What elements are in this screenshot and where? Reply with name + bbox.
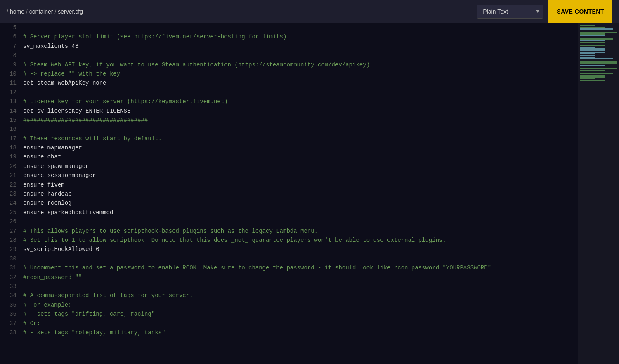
breadcrumb-file[interactable]: server.cfg xyxy=(58,8,83,15)
line-content[interactable]: sv_scriptHookAllowed 0 xyxy=(23,245,578,254)
line-content[interactable] xyxy=(23,282,578,291)
line-number: 31 xyxy=(0,263,23,272)
table-row: 38# - sets tags "roleplay, military, tan… xyxy=(0,328,578,337)
line-content[interactable]: # Set this to 1 to allow scripthook. Do … xyxy=(23,236,578,245)
table-row: 16 xyxy=(0,125,578,134)
save-content-button[interactable]: SAVE CONTENT xyxy=(548,0,612,23)
line-content[interactable]: sv_maxclients 48 xyxy=(23,42,578,51)
line-number: 30 xyxy=(0,254,23,263)
line-content[interactable]: # Or: xyxy=(23,319,578,328)
line-content[interactable]: ensure rconlog xyxy=(23,199,578,208)
editor-main[interactable]: 5 6# Server player slot limit (see https… xyxy=(0,23,578,364)
line-content[interactable] xyxy=(23,23,578,32)
line-number: 7 xyxy=(0,42,23,51)
line-number: 32 xyxy=(0,273,23,282)
table-row: 6# Server player slot limit (see https:/… xyxy=(0,32,578,41)
language-select[interactable]: Plain Text JavaScript Python HTML CSS JS… xyxy=(477,5,543,18)
line-number: 22 xyxy=(0,180,23,189)
line-number: 29 xyxy=(0,245,23,254)
line-content[interactable]: # Steam Web API key, if you want to use … xyxy=(23,60,578,69)
line-content[interactable]: # A comma-separated list of tags for you… xyxy=(23,291,578,300)
line-number: 25 xyxy=(0,208,23,217)
breadcrumb-slash-1: / xyxy=(7,8,8,15)
table-row: 24ensure rconlog xyxy=(0,199,578,208)
line-number: 37 xyxy=(0,319,23,328)
line-content[interactable] xyxy=(23,254,578,263)
table-row: 32#rcon_password "" xyxy=(0,273,578,282)
line-number: 14 xyxy=(0,106,23,116)
line-content[interactable]: # For example: xyxy=(23,300,578,310)
line-number: 8 xyxy=(0,51,23,60)
line-content[interactable]: #################################### xyxy=(23,116,578,125)
line-content[interactable]: ensure hardcap xyxy=(23,189,578,199)
line-content[interactable] xyxy=(23,125,578,134)
table-row: 15#################################### xyxy=(0,116,578,125)
line-content[interactable]: ensure spawnmanager xyxy=(23,162,578,171)
line-content[interactable]: # License key for your server (https://k… xyxy=(23,97,578,106)
line-number: 11 xyxy=(0,78,23,87)
table-row: 17# These resources will start by defaul… xyxy=(0,134,578,143)
line-number: 27 xyxy=(0,227,23,236)
code-area: 5 6# Server player slot limit (see https… xyxy=(0,23,578,337)
editor-container: 5 6# Server player slot limit (see https… xyxy=(0,23,619,364)
table-row: 28# Set this to 1 to allow scripthook. D… xyxy=(0,236,578,245)
table-row: 13# License key for your server (https:/… xyxy=(0,97,578,106)
line-content[interactable] xyxy=(23,51,578,60)
breadcrumb-home[interactable]: home xyxy=(10,8,24,15)
line-number: 36 xyxy=(0,310,23,319)
line-content[interactable]: set sv_licenseKey ENTER_LICENSE xyxy=(23,106,578,116)
line-number: 34 xyxy=(0,291,23,300)
table-row: 27# This allows players to use scripthoo… xyxy=(0,227,578,236)
line-number: 6 xyxy=(0,32,23,41)
line-content[interactable]: ensure mapmanager xyxy=(23,143,578,152)
table-row: 31# Uncomment this and set a password to… xyxy=(0,263,578,272)
table-row: 9# Steam Web API key, if you want to use… xyxy=(0,60,578,69)
line-content[interactable]: # Uncomment this and set a password to e… xyxy=(23,263,578,272)
line-number: 35 xyxy=(0,300,23,310)
line-content[interactable] xyxy=(23,217,578,226)
line-number: 21 xyxy=(0,171,23,180)
line-number: 12 xyxy=(0,88,23,97)
line-content[interactable]: ensure sessionmanager xyxy=(23,171,578,180)
table-row: 37# Or: xyxy=(0,319,578,328)
breadcrumb-slash-2: / xyxy=(26,8,28,15)
table-row: 18ensure mapmanager xyxy=(0,143,578,152)
table-row: 26 xyxy=(0,217,578,226)
line-number: 33 xyxy=(0,282,23,291)
table-row: 19ensure chat xyxy=(0,152,578,161)
line-content[interactable]: ensure chat xyxy=(23,152,578,161)
table-row: 14set sv_licenseKey ENTER_LICENSE xyxy=(0,106,578,116)
table-row: 20ensure spawnmanager xyxy=(0,162,578,171)
line-content[interactable]: #rcon_password "" xyxy=(23,273,578,282)
table-row: 30 xyxy=(0,254,578,263)
line-content[interactable]: set steam_webApiKey none xyxy=(23,78,578,87)
table-row: 33 xyxy=(0,282,578,291)
line-number: 10 xyxy=(0,69,23,78)
line-content[interactable]: # -> replace "" with the key xyxy=(23,69,578,78)
line-content[interactable]: # Server player slot limit (see https://… xyxy=(23,32,578,41)
editor-header: / home / container / server.cfg Plain Te… xyxy=(0,0,619,23)
minimap xyxy=(578,23,619,364)
line-number: 24 xyxy=(0,199,23,208)
breadcrumb-container[interactable]: container xyxy=(29,8,53,15)
line-content[interactable]: # - sets tags "drifting, cars, racing" xyxy=(23,310,578,319)
breadcrumb-slash-3: / xyxy=(54,8,56,15)
line-content[interactable]: # This allows players to use scripthook-… xyxy=(23,227,578,236)
table-row: 25ensure sparkedhostfivemmod xyxy=(0,208,578,217)
table-row: 23ensure hardcap xyxy=(0,189,578,199)
line-content[interactable]: ensure fivem xyxy=(23,180,578,189)
line-content[interactable] xyxy=(23,88,578,97)
line-number: 17 xyxy=(0,134,23,143)
line-content[interactable]: # - sets tags "roleplay, military, tanks… xyxy=(23,328,578,337)
header-actions: Plain Text JavaScript Python HTML CSS JS… xyxy=(477,0,612,23)
table-row: 7sv_maxclients 48 xyxy=(0,42,578,51)
table-row: 8 xyxy=(0,51,578,60)
line-content[interactable]: ensure sparkedhostfivemmod xyxy=(23,208,578,217)
table-row: 36# - sets tags "drifting, cars, racing" xyxy=(0,310,578,319)
line-content[interactable]: # These resources will start by default. xyxy=(23,134,578,143)
line-number: 15 xyxy=(0,116,23,125)
table-row: 22ensure fivem xyxy=(0,180,578,189)
line-number: 23 xyxy=(0,189,23,199)
language-selector-wrapper: Plain Text JavaScript Python HTML CSS JS… xyxy=(477,5,543,19)
breadcrumb: / home / container / server.cfg xyxy=(7,8,83,15)
